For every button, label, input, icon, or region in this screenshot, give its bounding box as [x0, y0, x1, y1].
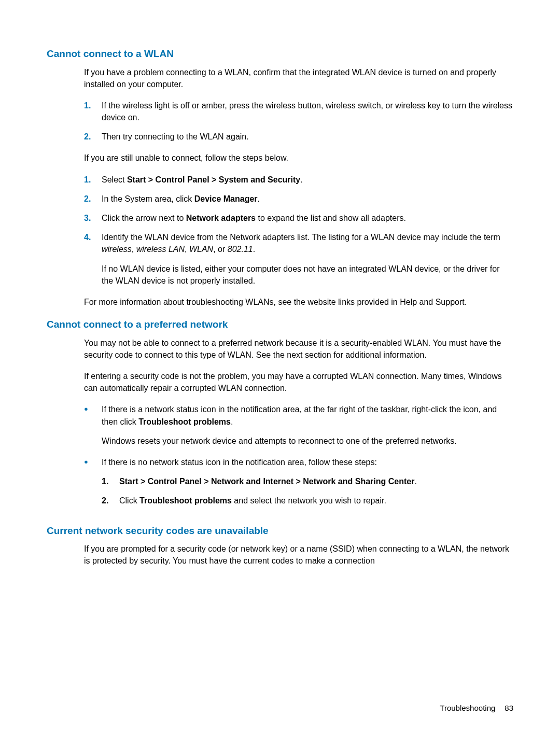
heading-cannot-connect-preferred: Cannot connect to a preferred network	[47, 317, 513, 332]
text: Identify the WLAN device from the Networ…	[102, 233, 500, 242]
list-text: Identify the WLAN device from the Networ…	[102, 231, 513, 287]
text: .	[231, 417, 233, 426]
italic-text: 802.11	[228, 245, 253, 254]
list-marker: 2.	[84, 193, 102, 205]
list-item: 2. Then try connecting to the WLAN again…	[84, 131, 513, 143]
list-text: Start > Control Panel > Network and Inte…	[119, 475, 513, 487]
paragraph: Windows resets your network device and a…	[102, 435, 513, 447]
text: , or	[213, 245, 228, 254]
ordered-sublist: 1. Start > Control Panel > Network and I…	[102, 475, 513, 507]
list-item: 1. If the wireless light is off or amber…	[84, 100, 513, 123]
text: .	[253, 245, 255, 254]
list-item: 1. Select Start > Control Panel > System…	[84, 174, 513, 186]
list-item: 1. Start > Control Panel > Network and I…	[102, 475, 513, 487]
text: Click	[119, 496, 139, 505]
bold-text: Start > Control Panel > Network and Inte…	[119, 477, 414, 486]
text: Select	[102, 175, 127, 184]
page-number: 83	[505, 704, 513, 712]
list-marker: 2.	[84, 131, 102, 143]
list-marker: 2.	[102, 495, 119, 507]
paragraph: For more information about troubleshooti…	[84, 296, 513, 308]
bold-text: Troubleshoot problems	[138, 417, 231, 426]
bullet-icon: ●	[84, 403, 102, 415]
list-marker: 4.	[84, 231, 102, 243]
text: and select the network you wish to repai…	[232, 496, 386, 505]
heading-security-codes-unavailable: Current network security codes are unava…	[47, 524, 513, 538]
list-text: Click the arrow next to Network adapters…	[102, 212, 513, 224]
list-text: If there is a network status icon in the…	[102, 403, 513, 447]
list-text: Select Start > Control Panel > System an…	[102, 174, 513, 186]
italic-text: wireless LAN	[136, 245, 185, 254]
list-item: 2. Click Troubleshoot problems and selec…	[102, 495, 513, 507]
text: to expand the list and show all adapters…	[256, 214, 406, 222]
list-marker: 1.	[84, 174, 102, 186]
heading-cannot-connect-wlan: Cannot connect to a WLAN	[47, 47, 513, 61]
list-marker: 1.	[84, 100, 102, 111]
bullet-list: ● If there is a network status icon in t…	[84, 403, 513, 514]
list-item: 3. Click the arrow next to Network adapt…	[84, 212, 513, 224]
list-text: In the System area, click Device Manager…	[102, 193, 513, 205]
footer-label: Troubleshooting	[440, 704, 495, 712]
list-marker: 1.	[102, 475, 119, 487]
paragraph: If you are prompted for a security code …	[84, 543, 513, 567]
page-footer: Troubleshooting83	[440, 702, 513, 714]
list-text: If the wireless light is off or amber, p…	[102, 100, 513, 123]
text: Click the arrow next to	[102, 214, 186, 222]
text: ,	[132, 245, 136, 254]
paragraph: If no WLAN device is listed, either your…	[102, 263, 513, 287]
bold-text: Start > Control Panel > System and Secur…	[127, 175, 300, 184]
bold-text: Network adapters	[186, 214, 256, 222]
italic-text: WLAN	[189, 245, 213, 254]
text: .	[258, 194, 260, 203]
list-item: 2. In the System area, click Device Mana…	[84, 193, 513, 205]
bullet-icon: ●	[84, 456, 102, 468]
ordered-list: 1. If the wireless light is off or amber…	[84, 100, 513, 143]
text: .	[300, 175, 302, 184]
list-item: 4. Identify the WLAN device from the Net…	[84, 231, 513, 287]
bold-text: Troubleshoot problems	[139, 496, 232, 505]
text: In the System area, click	[102, 194, 194, 203]
bold-text: Device Manager	[194, 194, 258, 203]
text: ,	[185, 245, 189, 254]
ordered-list: 1. Select Start > Control Panel > System…	[84, 174, 513, 287]
list-text: Then try connecting to the WLAN again.	[102, 131, 513, 143]
list-item: ● If there is a network status icon in t…	[84, 403, 513, 447]
text: If there is no network status icon in th…	[102, 458, 377, 467]
paragraph: If you have a problem connecting to a WL…	[84, 66, 513, 90]
list-item: ● If there is no network status icon in …	[84, 456, 513, 514]
list-text: Click Troubleshoot problems and select t…	[119, 495, 513, 507]
paragraph: You may not be able to connect to a pref…	[84, 337, 513, 361]
paragraph: If you are still unable to connect, foll…	[84, 152, 513, 164]
italic-text: wireless	[102, 245, 132, 254]
list-text: If there is no network status icon in th…	[102, 456, 513, 514]
list-marker: 3.	[84, 212, 102, 224]
paragraph: If entering a security code is not the p…	[84, 370, 513, 394]
text: .	[414, 477, 416, 486]
